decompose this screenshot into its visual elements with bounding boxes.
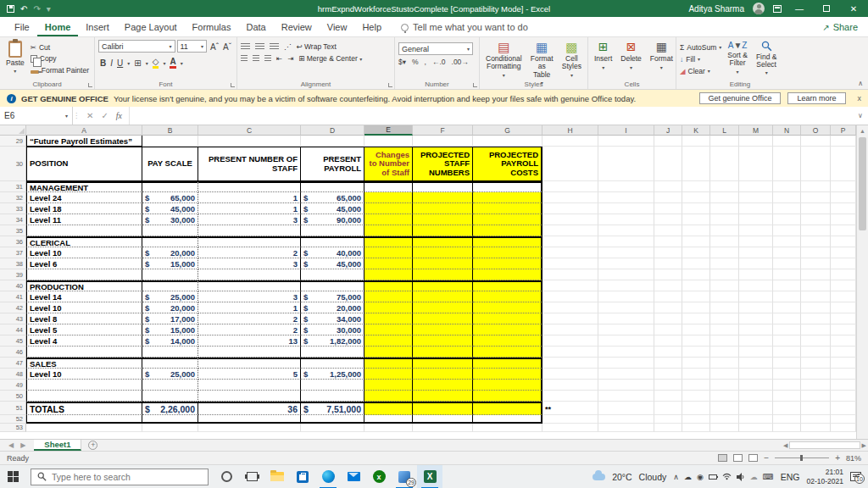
tray-cloud-icon[interactable]: ☁ bbox=[684, 473, 692, 481]
column-header-O[interactable]: O bbox=[801, 125, 831, 136]
cell-B51[interactable]: $2,26,000 bbox=[142, 402, 198, 415]
cell-A40[interactable]: PRODUCTION bbox=[26, 280, 142, 291]
cell-H43[interactable] bbox=[542, 313, 598, 324]
scroll-right-icon[interactable]: ▶ bbox=[862, 442, 866, 449]
task-view-button[interactable] bbox=[239, 465, 264, 488]
cancel-formula-icon[interactable]: ✕ bbox=[86, 111, 93, 120]
cell-A33[interactable]: Level 18 bbox=[26, 203, 142, 214]
column-header-H[interactable]: H bbox=[542, 125, 598, 136]
cell-A43[interactable]: Level 8 bbox=[26, 313, 142, 324]
cell-F51[interactable] bbox=[413, 402, 473, 415]
cell-D31[interactable] bbox=[301, 181, 364, 192]
cell-L40[interactable] bbox=[710, 280, 739, 291]
fill-button[interactable]: ↓Fill▾ bbox=[680, 53, 721, 64]
cell-B37[interactable]: $20,000 bbox=[142, 247, 198, 258]
cell-H34[interactable] bbox=[542, 214, 598, 225]
cell-M53[interactable] bbox=[739, 424, 773, 432]
alignment-dialog-launcher[interactable] bbox=[388, 83, 392, 87]
cell-L45[interactable] bbox=[710, 336, 739, 347]
cell-G32[interactable] bbox=[473, 192, 542, 203]
column-header-B[interactable]: B bbox=[142, 125, 198, 136]
cell-D53[interactable] bbox=[301, 424, 364, 432]
cell-F52[interactable] bbox=[413, 415, 473, 424]
cell-B44[interactable]: $15,000 bbox=[142, 324, 198, 336]
cell-H32[interactable] bbox=[542, 192, 598, 203]
cell-L42[interactable] bbox=[710, 302, 739, 313]
cell-D45[interactable]: $1,82,000 bbox=[301, 336, 364, 347]
weather-desc[interactable]: Cloudy bbox=[639, 472, 667, 482]
cell-B31[interactable] bbox=[142, 181, 198, 192]
cell-J29[interactable] bbox=[654, 136, 682, 147]
cell-C30[interactable]: PRESENT NUMBER OF STAFF bbox=[198, 147, 301, 181]
cell-I47[interactable] bbox=[598, 358, 654, 369]
cell-C35[interactable] bbox=[198, 225, 301, 236]
cell-C42[interactable]: 1 bbox=[198, 302, 301, 313]
cell-C51[interactable]: 36 bbox=[198, 402, 301, 415]
increase-decimal-icon[interactable]: ←.0 bbox=[432, 58, 446, 66]
cell-N37[interactable] bbox=[773, 247, 801, 258]
cell-C36[interactable] bbox=[198, 236, 301, 247]
cell-O32[interactable] bbox=[801, 192, 831, 203]
cell-F34[interactable] bbox=[413, 214, 473, 225]
cell-K39[interactable] bbox=[682, 269, 710, 280]
cell-M30[interactable] bbox=[739, 147, 773, 181]
scroll-left-icon[interactable]: ◀ bbox=[783, 442, 787, 449]
cell-P34[interactable] bbox=[831, 214, 856, 225]
new-sheet-icon[interactable]: + bbox=[88, 441, 97, 450]
borders-icon[interactable]: ⊞ bbox=[134, 58, 141, 68]
cell-G33[interactable] bbox=[473, 203, 542, 214]
paste-button[interactable]: Paste▾ bbox=[3, 40, 27, 77]
cell-J37[interactable] bbox=[654, 247, 682, 258]
cell-P38[interactable] bbox=[831, 258, 856, 269]
cell-E51[interactable] bbox=[364, 402, 413, 415]
cell-M44[interactable] bbox=[739, 324, 773, 336]
cell-F32[interactable] bbox=[413, 192, 473, 203]
weather-temp[interactable]: 20°C bbox=[612, 472, 632, 482]
cell-L35[interactable] bbox=[710, 225, 739, 236]
cell-H37[interactable] bbox=[542, 247, 598, 258]
clear-button[interactable]: ◢Clear▾ bbox=[680, 65, 721, 76]
row-header-49[interactable]: 49 bbox=[0, 380, 26, 391]
cell-O42[interactable] bbox=[801, 302, 831, 313]
cell-K31[interactable] bbox=[682, 181, 710, 192]
cell-O41[interactable] bbox=[801, 291, 831, 302]
cell-N52[interactable] bbox=[773, 415, 801, 424]
microsoft-store-button[interactable] bbox=[290, 465, 315, 488]
cell-M47[interactable] bbox=[739, 358, 773, 369]
cell-J48[interactable] bbox=[654, 369, 682, 380]
tray-circle-icon[interactable]: ◉ bbox=[697, 473, 704, 481]
cell-M39[interactable] bbox=[739, 269, 773, 280]
cell-G49[interactable] bbox=[473, 380, 542, 391]
cell-E53[interactable] bbox=[364, 424, 413, 432]
cell-K36[interactable] bbox=[682, 236, 710, 247]
cell-A31[interactable]: MANAGEMENT bbox=[26, 181, 142, 192]
cell-J30[interactable] bbox=[654, 147, 682, 181]
restore-button[interactable] bbox=[817, 4, 836, 14]
align-right-icon[interactable] bbox=[264, 55, 271, 62]
cell-I30[interactable] bbox=[598, 147, 654, 181]
cell-M34[interactable] bbox=[739, 214, 773, 225]
wrap-text-button[interactable]: ↩ Wrap Text bbox=[297, 42, 337, 51]
cell-I42[interactable] bbox=[598, 302, 654, 313]
cell-D49[interactable] bbox=[301, 380, 364, 391]
cell-A51[interactable]: TOTALS bbox=[26, 402, 142, 415]
cell-B43[interactable]: $17,000 bbox=[142, 313, 198, 324]
cell-F38[interactable] bbox=[413, 258, 473, 269]
cell-K41[interactable] bbox=[682, 291, 710, 302]
row-header-45[interactable]: 45 bbox=[0, 336, 26, 347]
cell-O39[interactable] bbox=[801, 269, 831, 280]
cell-N46[interactable] bbox=[773, 347, 801, 358]
cell-C48[interactable]: 5 bbox=[198, 369, 301, 380]
cell-B36[interactable] bbox=[142, 236, 198, 247]
cell-J45[interactable] bbox=[654, 336, 682, 347]
cell-N31[interactable] bbox=[773, 181, 801, 192]
cell-I39[interactable] bbox=[598, 269, 654, 280]
cell-O36[interactable] bbox=[801, 236, 831, 247]
page-break-view-icon[interactable] bbox=[748, 454, 758, 462]
column-header-G[interactable]: G bbox=[473, 125, 542, 136]
cell-G44[interactable] bbox=[473, 324, 542, 336]
redo-icon[interactable]: ↷ bbox=[33, 4, 40, 14]
cell-D32[interactable]: $65,000 bbox=[301, 192, 364, 203]
cell-O38[interactable] bbox=[801, 258, 831, 269]
column-header-E[interactable]: E bbox=[364, 125, 413, 136]
